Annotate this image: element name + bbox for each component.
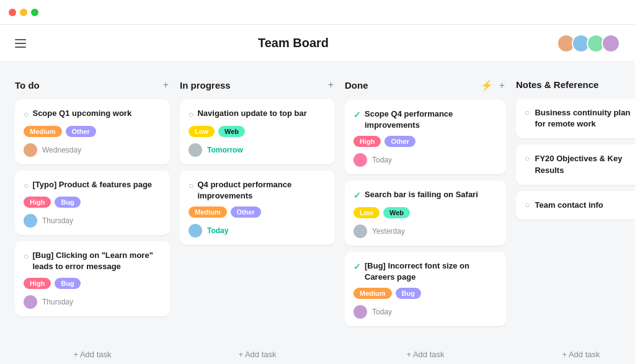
add-done-task-button[interactable]: + Add task: [345, 345, 506, 364]
add-todo-task-button[interactable]: + Add task: [15, 345, 170, 364]
add-notes-task-button[interactable]: + Add task: [516, 345, 635, 364]
card-date: Today: [207, 226, 228, 235]
card-title: ○ Q4 product performance improvements: [189, 179, 326, 202]
column-notes-title: Notes & Reference: [516, 79, 598, 90]
avatar-4: [602, 34, 620, 53]
check-icon: ✓: [353, 190, 361, 202]
notes-cards: ○ Business continuity plan for remote wo…: [516, 99, 635, 345]
tag-web: Web: [383, 207, 410, 218]
column-notes-header: Notes & Reference: [516, 79, 635, 90]
column-done-title: Done: [345, 80, 368, 91]
list-item: ○ Business continuity plan for remote wo…: [516, 99, 635, 138]
tag-bug: Bug: [55, 197, 80, 208]
avatar: [24, 214, 37, 228]
tag-other: Other: [66, 126, 96, 137]
card-footer: Thursday: [24, 295, 161, 309]
tag-medium: Medium: [189, 206, 227, 218]
card-title: ○ [Bug] Clicking on "Learn more" leads t…: [24, 250, 161, 272]
tag-low: Low: [189, 126, 215, 137]
card-tags: Medium Other: [24, 126, 161, 137]
col-inprogress-actions: +: [327, 79, 335, 91]
add-inprogress-button[interactable]: +: [327, 79, 335, 91]
menu-button[interactable]: [15, 39, 26, 48]
tag-other: Other: [231, 206, 261, 218]
table-row: ○ [Typo] Product & features page High Bu…: [15, 171, 170, 236]
column-inprogress: In progress + ○ Navigation update to top…: [180, 79, 335, 364]
avatar: [24, 295, 37, 309]
note-title: FY20 Objectives & Key Results: [535, 153, 635, 175]
card-date: Thursday: [42, 298, 73, 306]
check-icon: ✓: [353, 109, 361, 122]
list-item: ○ Team contact info: [516, 191, 635, 220]
window-controls: [9, 9, 38, 16]
check-icon: ○: [24, 109, 29, 121]
app-header: Team Board: [0, 25, 635, 62]
lightning-icon: ⚡: [481, 79, 493, 91]
maximize-dot[interactable]: [31, 9, 38, 16]
card-tags: Medium Other: [189, 206, 326, 218]
close-dot[interactable]: [9, 9, 16, 16]
check-icon: ○: [525, 153, 530, 163]
user-avatars: [561, 34, 620, 53]
card-footer: Wednesday: [24, 143, 161, 157]
table-row: ✓ Search bar is failing on Safari Low We…: [345, 180, 506, 246]
avatar: [353, 153, 367, 167]
check-icon: ○: [24, 251, 29, 263]
card-title: ✓ Scope Q4 performance improvements: [353, 109, 497, 131]
card-footer: Today: [189, 224, 326, 237]
tag-other: Other: [384, 136, 415, 147]
add-todo-button[interactable]: +: [162, 79, 170, 91]
avatar: [24, 143, 37, 157]
table-row: ✓ [Bug] Incorrect font size on Careers p…: [345, 252, 506, 326]
card-date: Yesterday: [372, 227, 405, 236]
tag-medium: Medium: [353, 288, 392, 299]
tag-low: Low: [353, 207, 380, 218]
card-tags: Low Web: [189, 126, 326, 137]
card-tags: Medium Bug: [353, 288, 497, 299]
table-row: ○ Q4 product performance improvements Me…: [180, 171, 335, 245]
minimize-dot[interactable]: [20, 9, 27, 16]
todo-cards: ○ Scope Q1 upcoming work Medium Other We…: [15, 99, 170, 345]
card-date: Today: [372, 308, 392, 316]
card-footer: Thursday: [24, 214, 161, 228]
table-row: ○ Navigation update to top bar Low Web T…: [180, 99, 335, 164]
card-tags: High Bug: [24, 278, 161, 289]
column-done: Done ⚡ + ✓ Scope Q4 performance improvem…: [345, 79, 506, 364]
add-done-button[interactable]: +: [498, 80, 506, 91]
column-inprogress-header: In progress +: [180, 79, 335, 91]
column-todo-header: To do +: [15, 79, 170, 91]
check-icon: ○: [189, 109, 193, 121]
tag-bug: Bug: [396, 288, 421, 299]
table-row: ✓ Scope Q4 performance improvements High…: [345, 100, 506, 174]
card-tags: High Bug: [24, 197, 161, 208]
tag-high: High: [353, 136, 381, 147]
tag-web: Web: [218, 126, 245, 137]
table-row: ○ [Bug] Clicking on "Learn more" leads t…: [15, 241, 170, 316]
list-item: ○ FY20 Objectives & Key Results: [516, 144, 635, 184]
avatar: [189, 224, 202, 237]
done-cards: ✓ Scope Q4 performance improvements High…: [345, 100, 506, 345]
tag-bug: Bug: [55, 278, 80, 289]
card-tags: Low Web: [353, 207, 497, 218]
add-inprogress-task-button[interactable]: + Add task: [180, 345, 335, 364]
app-title: Team Board: [258, 36, 329, 50]
card-footer: Today: [353, 305, 497, 319]
column-done-header: Done ⚡ +: [345, 79, 506, 91]
card-title: ○ Navigation update to top bar: [189, 108, 326, 121]
column-notes: Notes & Reference ○ Business continuity …: [516, 79, 635, 364]
card-title: ○ [Typo] Product & features page: [24, 179, 161, 192]
tag-high: High: [24, 197, 51, 208]
col-todo-actions: +: [162, 79, 170, 91]
card-footer: Yesterday: [353, 224, 497, 238]
card-date: Today: [372, 156, 392, 164]
table-row: ○ Scope Q1 upcoming work Medium Other We…: [15, 99, 170, 164]
card-tags: High Other: [353, 136, 497, 147]
column-inprogress-title: In progress: [180, 80, 231, 91]
check-icon: ○: [189, 180, 193, 192]
card-footer: Tomorrow: [189, 143, 326, 157]
tag-high: High: [24, 278, 51, 289]
col-done-actions: ⚡ +: [481, 79, 506, 91]
card-date: Wednesday: [42, 146, 81, 154]
check-icon: ○: [525, 107, 530, 117]
titlebar: [0, 0, 635, 25]
